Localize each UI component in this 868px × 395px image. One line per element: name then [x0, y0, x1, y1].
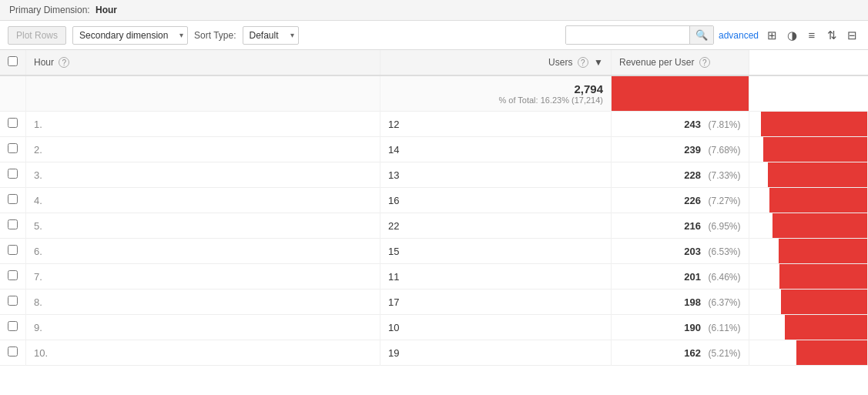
revenue-bar — [763, 137, 867, 162]
row-checkbox[interactable] — [8, 169, 18, 179]
row-revenue — [749, 213, 867, 239]
row-users-num: 162 — [684, 347, 701, 359]
row-check-cell — [0, 188, 26, 213]
row-rank: 5. — [26, 213, 380, 239]
row-users: 162 (5.21%) — [612, 340, 749, 366]
header-checkbox-cell — [0, 50, 26, 75]
primary-dimension-label: Primary Dimension: — [9, 5, 90, 15]
row-users: 228 (7.33%) — [612, 162, 749, 188]
header-revenue: Revenue per User ? — [612, 50, 749, 75]
row-users: 190 (6.11%) — [612, 315, 749, 340]
row-checkbox[interactable] — [8, 118, 18, 128]
primary-dimension-value: Hour — [96, 5, 117, 15]
row-hour: 10 — [380, 315, 612, 340]
row-users-num: 226 — [684, 195, 701, 206]
row-rank: 6. — [26, 239, 380, 264]
row-users-pct: (6.95%) — [709, 221, 741, 232]
search-button[interactable]: 🔍 — [689, 26, 713, 44]
row-revenue — [749, 340, 867, 366]
bar-view-icon[interactable]: ≡ — [803, 27, 820, 44]
row-users-pct: (7.27%) — [709, 196, 741, 206]
table-row: 8. 17 198 (6.37%) — [0, 290, 868, 315]
hour-help-icon[interactable]: ? — [59, 57, 69, 68]
row-check-cell — [0, 340, 26, 366]
row-users-pct: (6.53%) — [709, 246, 741, 257]
row-users-num: 190 — [684, 322, 701, 333]
table-view-icon[interactable]: ⊞ — [763, 27, 780, 44]
row-rank: 10. — [26, 340, 380, 366]
row-revenue — [749, 239, 867, 264]
row-checkbox[interactable] — [8, 321, 18, 331]
row-check-cell — [0, 137, 26, 162]
header-users[interactable]: Users ? ▼ — [380, 50, 612, 75]
top-bar: Primary Dimension: Hour — [0, 0, 868, 21]
row-hour: 15 — [380, 239, 612, 264]
row-users-pct: (6.37%) — [709, 297, 741, 308]
row-checkbox[interactable] — [8, 245, 18, 255]
row-checkbox[interactable] — [8, 270, 18, 280]
row-users-num: 228 — [684, 169, 701, 181]
row-users-num: 203 — [684, 246, 701, 257]
table-row: 7. 11 201 (6.46%) — [0, 264, 868, 290]
sort-type-select[interactable]: Default — [243, 26, 299, 45]
row-users: 198 (6.37%) — [612, 290, 749, 315]
row-hour: 14 — [380, 137, 612, 162]
row-users-pct: (7.81%) — [709, 119, 741, 130]
row-users-num: 243 — [684, 119, 701, 130]
compare-view-icon[interactable]: ⇅ — [823, 27, 840, 44]
row-hour: 13 — [380, 162, 612, 188]
row-rank: 9. — [26, 315, 380, 340]
row-revenue — [749, 162, 867, 188]
users-sort-arrow-icon: ▼ — [594, 57, 603, 68]
sort-type-label: Sort Type: — [194, 30, 236, 41]
toolbar-right: 🔍 advanced ⊞ ◑ ≡ ⇅ ⊟ — [565, 25, 860, 45]
total-users-num: 2,794 — [388, 82, 603, 95]
pivot-view-icon[interactable]: ⊟ — [843, 27, 860, 44]
revenue-bar — [779, 264, 867, 289]
advanced-link[interactable]: advanced — [719, 30, 759, 41]
row-revenue — [749, 290, 867, 315]
pie-view-icon[interactable]: ◑ — [783, 27, 800, 44]
table-row: 3. 13 228 (7.33%) — [0, 162, 868, 188]
row-check-cell — [0, 264, 26, 290]
total-users-sub: % of Total: 16.23% (17,214) — [388, 95, 603, 105]
users-col-label: Users — [548, 57, 572, 68]
row-users-pct: (6.46%) — [709, 272, 741, 283]
row-check-cell — [0, 112, 26, 137]
sort-type-wrapper: Default ▾ — [243, 26, 299, 45]
select-all-checkbox[interactable] — [8, 56, 18, 66]
hour-col-label: Hour — [34, 57, 54, 68]
plot-rows-button[interactable]: Plot Rows — [8, 26, 66, 45]
row-users-pct: (6.11%) — [709, 323, 741, 333]
row-hour: 11 — [380, 264, 612, 290]
row-revenue — [749, 264, 867, 290]
row-revenue — [749, 137, 867, 162]
row-check-cell — [0, 315, 26, 340]
row-rank: 7. — [26, 264, 380, 290]
revenue-bar — [769, 188, 867, 213]
secondary-dimension-select[interactable]: Secondary dimension — [72, 26, 188, 45]
users-help-icon[interactable]: ? — [578, 57, 588, 68]
row-rank: 8. — [26, 290, 380, 315]
table-row: 5. 22 216 (6.95%) — [0, 213, 868, 239]
search-input[interactable] — [566, 27, 689, 44]
row-hour: 19 — [380, 340, 612, 366]
revenue-help-icon[interactable]: ? — [699, 57, 710, 68]
row-checkbox[interactable] — [8, 194, 18, 204]
row-users-num: 201 — [684, 271, 701, 283]
table-row: 6. 15 203 (6.53%) — [0, 239, 868, 264]
toolbar: Plot Rows Secondary dimension ▾ Sort Typ… — [0, 21, 868, 50]
row-users: 216 (6.95%) — [612, 213, 749, 239]
revenue-bar — [785, 315, 867, 340]
table-row: 2. 14 239 (7.68%) — [0, 137, 868, 162]
row-check-cell — [0, 290, 26, 315]
row-checkbox[interactable] — [8, 346, 18, 357]
row-users-num: 198 — [684, 296, 701, 308]
row-checkbox[interactable] — [8, 219, 18, 229]
row-hour: 22 — [380, 213, 612, 239]
row-checkbox[interactable] — [8, 296, 18, 306]
row-checkbox[interactable] — [8, 143, 18, 153]
row-users: 203 (6.53%) — [612, 239, 749, 264]
row-users: 243 (7.81%) — [612, 112, 749, 137]
total-hour-cell — [26, 75, 380, 112]
